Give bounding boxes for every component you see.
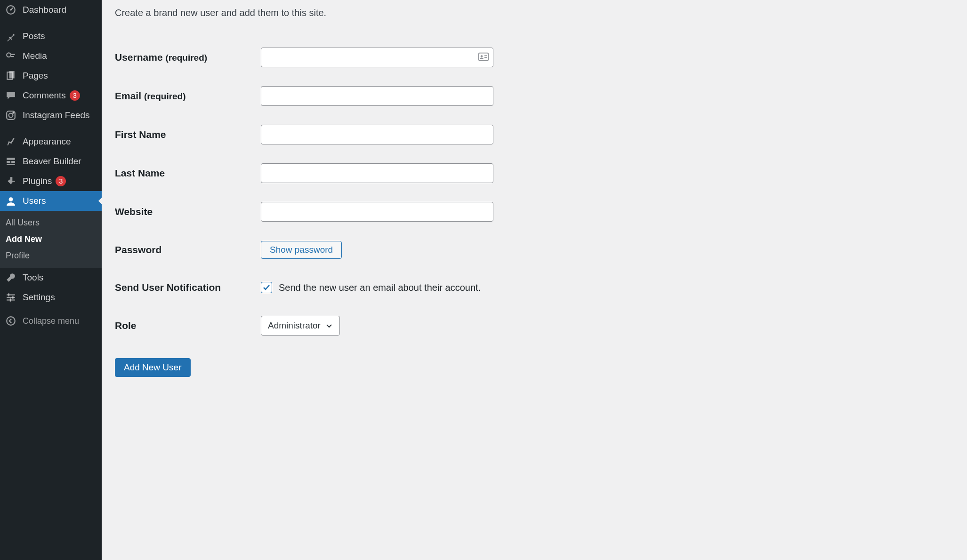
submenu-item-add-new[interactable]: Add New (0, 231, 102, 248)
plugins-icon (6, 176, 16, 186)
sidebar-item-label: Plugins (23, 176, 52, 186)
sidebar-item-comments[interactable]: Comments 3 (0, 86, 102, 105)
email-field[interactable] (261, 86, 493, 106)
sidebar-item-label: Comments (23, 90, 66, 101)
password-label: Password (115, 231, 261, 269)
svg-rect-12 (11, 161, 15, 163)
username-field[interactable] (261, 48, 493, 67)
chevron-down-icon (325, 322, 333, 329)
svg-rect-18 (8, 293, 9, 296)
pages-icon (6, 71, 16, 81)
beaver-builder-icon (6, 156, 16, 167)
svg-rect-20 (10, 298, 11, 302)
sidebar-item-label: Tools (23, 272, 43, 283)
last-name-label: Last Name (115, 154, 261, 192)
dashboard-icon (6, 5, 16, 15)
comments-badge: 3 (70, 90, 80, 101)
svg-point-2 (7, 53, 11, 57)
svg-rect-25 (484, 57, 487, 58)
sidebar-item-plugins[interactable]: Plugins 3 (0, 171, 102, 191)
collapse-icon (6, 316, 16, 326)
svg-rect-6 (9, 71, 15, 78)
svg-rect-11 (7, 161, 10, 163)
svg-point-9 (13, 112, 14, 113)
page-intro: Create a brand new user and add them to … (115, 8, 954, 18)
add-user-form: Username (required) Email (required) Fir… (115, 38, 954, 345)
svg-rect-15 (7, 294, 15, 295)
website-field[interactable] (261, 202, 493, 222)
sidebar-item-label: Instagram Feeds (23, 110, 90, 120)
sidebar-item-label: Pages (23, 71, 48, 81)
svg-rect-22 (479, 53, 488, 61)
svg-rect-16 (7, 297, 15, 298)
tools-icon (6, 272, 16, 283)
users-submenu: All Users Add New Profile (0, 211, 102, 268)
sidebar-item-label: Posts (23, 31, 45, 41)
submenu-item-profile[interactable]: Profile (0, 248, 102, 264)
notification-description: Send the new user an email about their a… (279, 282, 481, 293)
sidebar-item-label: Dashboard (23, 5, 66, 15)
first-name-field[interactable] (261, 125, 493, 144)
sidebar-item-dashboard[interactable]: Dashboard (0, 0, 102, 20)
admin-sidebar: Dashboard Posts Media Pages Comments 3 I… (0, 0, 102, 560)
website-label: Website (115, 192, 261, 231)
sidebar-item-media[interactable]: Media (0, 46, 102, 66)
sidebar-item-label: Users (23, 196, 46, 206)
svg-rect-13 (7, 164, 15, 165)
sidebar-item-beaver-builder[interactable]: Beaver Builder (0, 152, 102, 171)
add-new-user-button[interactable]: Add New User (115, 358, 191, 377)
sidebar-item-appearance[interactable]: Appearance (0, 132, 102, 152)
notification-label: Send User Notification (115, 269, 261, 306)
comments-icon (6, 90, 16, 101)
pushpin-icon (6, 31, 16, 41)
sidebar-item-posts[interactable]: Posts (0, 26, 102, 46)
svg-point-14 (9, 197, 13, 201)
media-icon (6, 51, 16, 61)
role-select[interactable]: Administrator (261, 316, 340, 336)
svg-rect-10 (7, 158, 15, 160)
users-icon (6, 196, 16, 206)
show-password-button[interactable]: Show password (261, 241, 342, 259)
first-name-label: First Name (115, 115, 261, 154)
sidebar-item-label: Settings (23, 292, 55, 303)
send-notification-checkbox[interactable] (261, 282, 272, 293)
last-name-field[interactable] (261, 163, 493, 183)
svg-point-21 (7, 317, 15, 325)
submenu-item-all-users[interactable]: All Users (0, 215, 102, 231)
collapse-label: Collapse menu (23, 316, 79, 326)
svg-rect-4 (11, 56, 14, 57)
instagram-icon (6, 110, 16, 120)
svg-point-23 (481, 55, 483, 57)
email-label: Email (required) (115, 77, 261, 115)
sidebar-item-tools[interactable]: Tools (0, 268, 102, 288)
role-label: Role (115, 306, 261, 345)
sidebar-item-label: Media (23, 51, 47, 61)
settings-icon (6, 292, 16, 303)
sidebar-item-instagram-feeds[interactable]: Instagram Feeds (0, 105, 102, 125)
sidebar-item-settings[interactable]: Settings (0, 288, 102, 307)
sidebar-item-pages[interactable]: Pages (0, 66, 102, 86)
sidebar-item-label: Appearance (23, 136, 71, 147)
plugins-badge: 3 (56, 176, 66, 186)
svg-rect-19 (12, 296, 13, 299)
sidebar-item-users[interactable]: Users (0, 191, 102, 211)
contact-card-icon (478, 53, 489, 63)
appearance-icon (6, 136, 16, 147)
sidebar-item-label: Beaver Builder (23, 156, 81, 167)
svg-rect-3 (11, 54, 15, 55)
collapse-menu-button[interactable]: Collapse menu (0, 311, 102, 331)
svg-point-1 (10, 9, 11, 10)
svg-point-8 (9, 113, 13, 118)
main-content: Create a brand new user and add them to … (102, 0, 967, 560)
role-selected-value: Administrator (268, 320, 321, 331)
username-label: Username (required) (115, 38, 261, 77)
svg-rect-24 (484, 56, 487, 56)
